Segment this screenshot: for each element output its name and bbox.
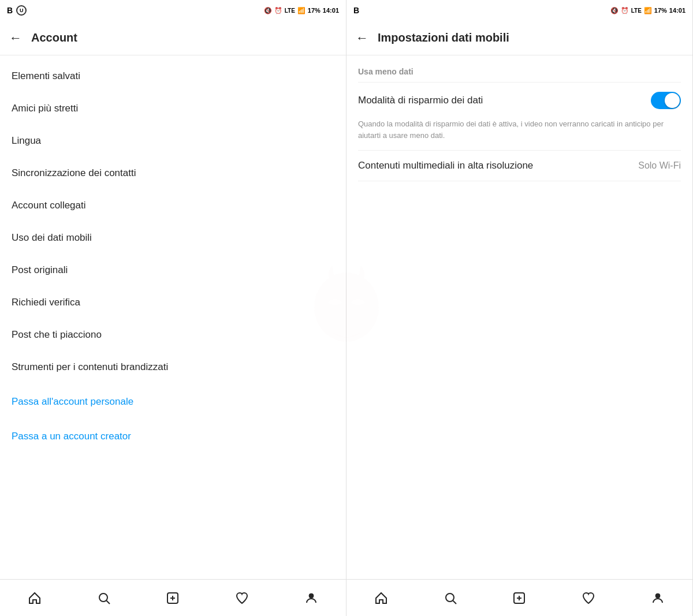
left-nav-add[interactable] xyxy=(160,585,185,611)
right-heart-icon xyxy=(582,591,595,605)
left-status-bar: B U 🔇 ⏰ LTE 📶 17% 14:01 xyxy=(0,0,346,21)
menu-item-passa-personale[interactable]: Passa all'account personale xyxy=(0,386,346,418)
left-nav-home[interactable] xyxy=(22,585,47,611)
right-nav-home[interactable] xyxy=(368,585,394,611)
svg-point-13 xyxy=(655,593,660,598)
left-alarm-icon: ⏰ xyxy=(274,7,282,14)
svg-point-5 xyxy=(309,593,314,598)
menu-item-elementi-salvati[interactable]: Elementi salvati xyxy=(0,60,346,92)
menu-item-richiedi-verifica[interactable]: Richiedi verifica xyxy=(0,286,346,319)
menu-item-sincronizzazione[interactable]: Sincronizzazione dei contatti xyxy=(0,157,346,189)
risparmio-toggle[interactable] xyxy=(651,92,681,109)
setting-value-alta-risoluzione: Solo Wi-Fi xyxy=(638,160,681,171)
home-icon xyxy=(28,591,42,605)
right-status-b: B xyxy=(353,6,359,15)
left-nav-profile[interactable] xyxy=(299,585,324,611)
right-header: ← Impostazioni dati mobili xyxy=(346,21,692,55)
svg-line-1 xyxy=(106,600,110,604)
right-nav-add[interactable] xyxy=(506,585,532,611)
add-icon xyxy=(166,591,180,605)
setting-row-alta-risoluzione[interactable]: Contenuti multimediali in alta risoluzio… xyxy=(346,151,692,181)
menu-item-label: Richiedi verifica xyxy=(12,297,80,308)
right-wifi-icon: 📶 xyxy=(644,7,652,14)
left-lte-icon: LTE xyxy=(285,8,295,14)
menu-item-lingua[interactable]: Lingua xyxy=(0,125,346,157)
menu-item-passa-creator[interactable]: Passa a un account creator xyxy=(0,420,346,453)
right-bottom-nav xyxy=(346,579,692,616)
left-panel: B U 🔇 ⏰ LTE 📶 17% 14:01 ← Account Elemen… xyxy=(0,0,346,616)
menu-item-label: Elementi salvati xyxy=(12,70,80,82)
left-wifi-icon: 📶 xyxy=(297,7,305,14)
right-nav-search[interactable] xyxy=(438,585,463,611)
section-usa-meno-dati: Usa meno dati xyxy=(346,55,692,82)
right-lte-icon: LTE xyxy=(631,8,642,14)
left-battery-label: 17% xyxy=(308,7,321,14)
setting-label-risparmio: Modalità di risparmio dei dati xyxy=(358,95,483,106)
right-status-right: 🔇 ⏰ LTE 📶 17% 14:01 xyxy=(610,7,685,14)
left-status-right: 🔇 ⏰ LTE 📶 17% 14:01 xyxy=(264,7,339,14)
menu-item-amici[interactable]: Amici più stretti xyxy=(0,92,346,125)
right-status-bar: B 🔇 ⏰ LTE 📶 17% 14:01 xyxy=(346,0,692,21)
right-panel: B 🔇 ⏰ LTE 📶 17% 14:01 ← Impostazioni dat… xyxy=(346,0,693,616)
search-icon xyxy=(97,591,111,605)
left-time: 14:01 xyxy=(323,7,339,14)
risparmio-description: Quando la modalità di risparmio dei dati… xyxy=(346,118,692,150)
svg-point-8 xyxy=(446,593,454,602)
svg-point-0 xyxy=(99,593,107,602)
right-nav-profile[interactable] xyxy=(645,585,670,611)
menu-item-label: Amici più stretti xyxy=(12,103,78,114)
menu-item-label: Post originali xyxy=(12,264,68,276)
left-nav-search[interactable] xyxy=(91,585,117,611)
menu-item-strumenti-branded[interactable]: Strumenti per i contenuti brandizzati xyxy=(0,351,346,383)
menu-item-account-collegati[interactable]: Account collegati xyxy=(0,189,346,222)
right-search-icon xyxy=(444,591,457,605)
menu-item-label: Uso dei dati mobili xyxy=(12,232,92,244)
right-panel-content: Usa meno dati Modalità di risparmio dei … xyxy=(346,55,692,579)
left-page-title: Account xyxy=(31,31,77,44)
menu-item-label: Lingua xyxy=(12,135,41,147)
heart-icon xyxy=(235,591,249,605)
right-page-title: Impostazioni dati mobili xyxy=(378,31,509,44)
left-header: ← Account xyxy=(0,21,346,55)
menu-item-label: Passa a un account creator xyxy=(12,431,131,442)
right-battery-label: 17% xyxy=(654,7,667,14)
profile-icon xyxy=(304,591,318,605)
divider-3 xyxy=(358,181,681,181)
menu-item-label: Post che ti piacciono xyxy=(12,329,102,341)
right-time: 14:01 xyxy=(669,7,685,14)
menu-item-label: Passa all'account personale xyxy=(12,396,133,408)
right-profile-icon xyxy=(651,591,665,605)
right-mute-icon: 🔇 xyxy=(610,7,619,14)
setting-label-alta-risoluzione: Contenuti multimediali in alta risoluzio… xyxy=(358,160,533,171)
left-status-b: B xyxy=(7,6,13,15)
menu-item-post-piaciuti[interactable]: Post che ti piacciono xyxy=(0,319,346,351)
menu-item-post-originali[interactable]: Post originali xyxy=(0,254,346,286)
right-alarm-icon: ⏰ xyxy=(621,7,629,14)
left-nav-likes[interactable] xyxy=(229,585,255,611)
right-back-button[interactable]: ← xyxy=(356,31,368,46)
menu-item-label: Sincronizzazione dei contatti xyxy=(12,167,136,179)
left-mute-icon: 🔇 xyxy=(264,7,272,14)
setting-row-risparmio: Modalità di risparmio dei dati xyxy=(346,83,692,118)
left-status-icon: U xyxy=(16,5,27,16)
right-home-icon xyxy=(374,591,388,605)
menu-item-label: Account collegati xyxy=(12,200,86,211)
svg-line-9 xyxy=(453,600,456,604)
left-bottom-nav xyxy=(0,579,346,616)
left-back-button[interactable]: ← xyxy=(9,31,22,46)
left-menu-list: Elementi salvati Amici più stretti Lingu… xyxy=(0,55,346,579)
menu-item-label: Strumenti per i contenuti brandizzati xyxy=(12,361,168,373)
toggle-knob xyxy=(665,93,680,108)
right-nav-likes[interactable] xyxy=(576,585,601,611)
menu-item-uso-dati[interactable]: Uso dei dati mobili xyxy=(0,222,346,254)
right-add-icon xyxy=(512,591,526,605)
